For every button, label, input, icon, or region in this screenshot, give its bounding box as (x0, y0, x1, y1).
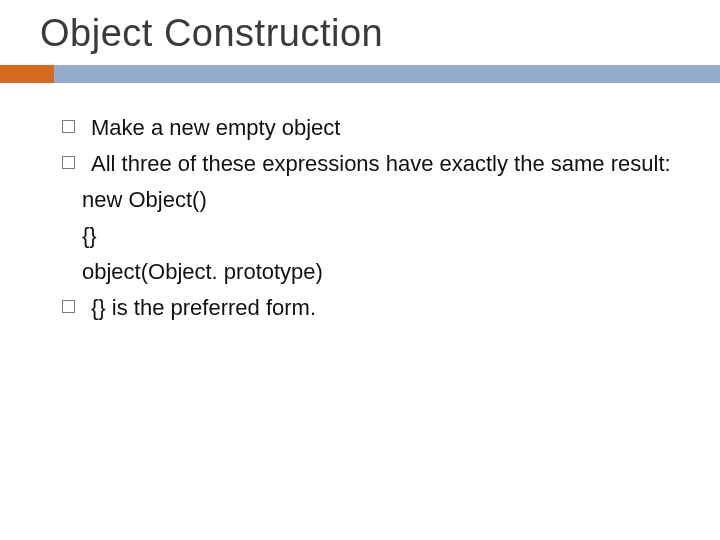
bullet-text: All three of these expressions have exac… (91, 147, 680, 181)
slide-content: Make a new empty object All three of the… (0, 83, 720, 326)
bullet-text: {} is the preferred form. (91, 291, 680, 325)
square-bullet-icon (62, 156, 75, 169)
rule-bar (54, 65, 720, 83)
slide-title: Object Construction (0, 0, 720, 65)
bullet-item: Make a new empty object (62, 111, 680, 145)
code-line: object(Object. prototype) (62, 255, 680, 289)
code-line: new Object() (62, 183, 680, 217)
code-line: {} (62, 219, 680, 253)
square-bullet-icon (62, 120, 75, 133)
bullet-text: Make a new empty object (91, 111, 680, 145)
title-rule (0, 65, 720, 83)
bullet-item: All three of these expressions have exac… (62, 147, 680, 181)
square-bullet-icon (62, 300, 75, 313)
bullet-item: {} is the preferred form. (62, 291, 680, 325)
accent-block (0, 65, 54, 83)
